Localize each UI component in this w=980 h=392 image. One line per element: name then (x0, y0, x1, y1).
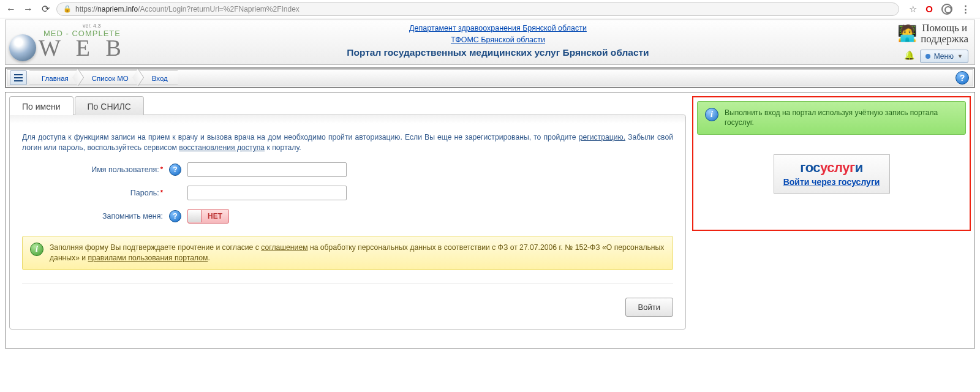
reload-button[interactable]: ⟳ (39, 3, 51, 15)
support-line1: Помощь и (921, 23, 968, 34)
bookmark-icon[interactable]: ☆ (909, 4, 917, 15)
rules-link[interactable]: правилами пользования порталом (88, 254, 208, 262)
content: По имени По СНИЛС Для доступа к функциям… (5, 92, 975, 349)
password-label: Пароль:* (22, 189, 163, 197)
password-row: Пароль:* (22, 186, 673, 200)
dept-link[interactable]: Департамент здравоохранения Брянской обл… (409, 24, 587, 32)
crumb-home[interactable]: Главная (29, 70, 78, 85)
support-block[interactable]: 🧑‍💻 Помощь и поддержка (897, 23, 968, 45)
menu-button[interactable]: Меню ▼ (920, 50, 968, 63)
intro-suffix: к порталу. (265, 143, 301, 152)
separator (22, 284, 673, 284)
chrome-actions: ☆ O ⋮ (904, 4, 975, 15)
support-icon: 🧑‍💻 (897, 24, 917, 43)
tab-by-snils[interactable]: По СНИЛС (75, 96, 144, 115)
forward-button[interactable]: → (22, 3, 34, 15)
kebab-menu-icon[interactable]: ⋮ (961, 4, 970, 15)
support-text: Помощь и поддержка (921, 23, 968, 45)
remember-toggle[interactable]: НЕТ (187, 209, 229, 224)
logo-block: ver. 4.3 MED - COMPLETE W E B (9, 23, 144, 61)
remember-label: Запомнить меня: (22, 212, 163, 221)
hamburger-button[interactable] (10, 70, 27, 85)
gosuslugi-logo: госуслуги (778, 160, 886, 176)
consent-notice: i Заполняя форму Вы подтверждаете прочте… (22, 236, 673, 270)
gosuslugi-link[interactable]: Войти через госуслуги (778, 177, 886, 187)
brand-bottom: W E B (9, 34, 126, 61)
crumb-list[interactable]: Список МО (78, 70, 138, 85)
header-right: 🧑‍💻 Помощь и поддержка Меню ▼ (852, 23, 968, 63)
login-button[interactable]: Войти (625, 298, 673, 317)
url-domain: napriem.info (97, 5, 138, 13)
back-button[interactable]: ← (5, 3, 17, 15)
menu-label: Меню (934, 52, 954, 61)
help-icon[interactable]: ? (956, 71, 969, 85)
agreement-link[interactable]: соглашением (261, 243, 307, 252)
username-label: Имя пользователя:* (22, 165, 163, 174)
password-input[interactable] (187, 186, 347, 200)
profile-icon[interactable] (941, 4, 952, 15)
browser-chrome: ← → ⟳ 🔒 https://napriem.info/Account/Log… (0, 0, 980, 18)
gosuslugi-card[interactable]: госуслуги Войти через госуслуги (774, 154, 890, 194)
extension-icon[interactable]: O (925, 4, 933, 14)
intro-text: Для доступа к функциям записи на прием к… (22, 132, 673, 154)
globe-icon (9, 34, 36, 61)
toggle-knob (188, 210, 202, 222)
gosuslugi-notice-text: Выполнить вход на портал используя учётн… (725, 108, 958, 129)
brand-web-text: W E B (39, 34, 126, 61)
tfoms-link[interactable]: ТФОМС Брянской области (451, 36, 545, 44)
remember-hint-icon[interactable]: ? (169, 210, 181, 222)
remember-row: Запомнить меня: ? НЕТ (22, 209, 673, 224)
breadcrumb-bar-outer: Главная Список МО Вход ? (5, 67, 975, 88)
breadcrumb-bar: Главная Список МО Вход ? (7, 69, 973, 86)
url-bar[interactable]: 🔒 https://napriem.info/Account/Login?ret… (56, 2, 899, 16)
chevron-down-icon: ▼ (957, 53, 963, 59)
url-scheme: https:// (75, 5, 97, 13)
menu-dot-icon (925, 54, 930, 59)
gosuslugi-panel: i Выполнить вход на портал используя учё… (692, 96, 971, 231)
username-row: Имя пользователя:* ? (22, 162, 673, 177)
tab-by-name[interactable]: По имени (9, 96, 74, 115)
gosuslugi-column: i Выполнить вход на портал используя учё… (692, 96, 971, 330)
username-hint-icon[interactable]: ? (169, 164, 181, 176)
tab-strip: По имени По СНИЛС (9, 96, 686, 115)
tab-panel: Для доступа к функциям записи на прием к… (9, 115, 686, 330)
recover-link[interactable]: восстановления доступа (179, 143, 265, 152)
portal-header: ver. 4.3 MED - COMPLETE W E B Департамен… (5, 20, 975, 65)
notification-icon[interactable] (904, 50, 916, 62)
toggle-label: НЕТ (202, 212, 228, 221)
gosuslugi-notice: i Выполнить вход на портал используя учё… (697, 101, 966, 135)
crumb-login[interactable]: Вход (138, 70, 178, 85)
header-center: Департамент здравоохранения Брянской обл… (144, 23, 852, 58)
login-column: По имени По СНИЛС Для доступа к функциям… (9, 96, 686, 330)
info-icon: i (705, 108, 718, 121)
intro-prefix: Для доступа к функциям записи на прием к… (22, 133, 579, 141)
support-line2: поддержка (921, 34, 968, 45)
portal-title: Портал государственных медицинских услуг… (144, 47, 852, 58)
url-path: /Account/Login?returnUrl=%2FNapriem%2FIn… (138, 5, 300, 13)
username-input[interactable] (187, 162, 347, 177)
consent-text: Заполняя форму Вы подтверждаете прочтени… (50, 243, 665, 263)
registration-link[interactable]: регистрацию. (579, 133, 625, 141)
info-icon: i (30, 243, 43, 256)
version-label: ver. 4.3 (83, 23, 101, 29)
lock-icon: 🔒 (63, 5, 72, 13)
